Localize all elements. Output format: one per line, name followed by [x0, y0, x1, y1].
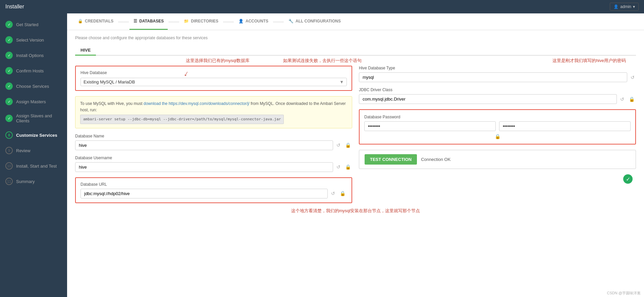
sidebar-label-get-started: Get Started — [16, 22, 38, 27]
test-connection-button[interactable]: TEST CONNECTION — [365, 154, 417, 165]
sidebar-label-install-start: Install, Start and Test — [16, 164, 57, 169]
main-layout: ✓ Get Started ✓ Select Version ✓ Install… — [0, 13, 644, 297]
content-area: 🔒 CREDENTIALS —— ☰ DATABASES —— 📁 DIRECT… — [67, 13, 644, 297]
sidebar-item-install-options[interactable]: ✓ Install Options — [0, 48, 67, 63]
db-url-lock-icon[interactable]: 🔒 — [338, 190, 347, 197]
sidebar-item-confirm-hosts[interactable]: ✓ Confirm Hosts — [0, 63, 67, 78]
db-username-label: Database Username — [75, 156, 352, 160]
step-icon-install-start: 10 — [5, 162, 13, 170]
db-password-confirm-input[interactable] — [499, 121, 631, 131]
tab-directories[interactable]: 📁 DIRECTORIES — [180, 13, 222, 30]
tab-sep-1: —— — [118, 19, 129, 25]
sidebar-item-assign-slaves[interactable]: ✓ Assign Slaves and Clients — [0, 109, 67, 127]
db-username-refresh-icon[interactable]: ↺ — [335, 164, 342, 170]
form-grid: Hive Database Existing MySQL / MariaDB ▼… — [75, 66, 636, 203]
db-name-lock-icon[interactable]: 🔒 — [344, 142, 352, 148]
annotation-password: 这里是刚才我们填写的hive用户的密码 — [552, 58, 626, 64]
db-url-input[interactable] — [80, 189, 328, 198]
step-icon-assign-slaves: ✓ — [5, 115, 13, 122]
wizard-tabs: 🔒 CREDENTIALS —— ☰ DATABASES —— 📁 DIRECT… — [67, 13, 644, 30]
db-username-input[interactable] — [75, 162, 333, 172]
hive-database-caret-icon[interactable]: ▼ — [339, 79, 344, 84]
step-icon-customize-services: 8 — [5, 131, 13, 139]
db-password-input[interactable] — [364, 121, 496, 131]
sidebar-label-customize-services: Customize Services — [16, 133, 57, 138]
db-url-refresh-icon[interactable]: ↺ — [330, 190, 336, 197]
sidebar-item-assign-masters[interactable]: ✓ Assign Masters — [0, 94, 67, 109]
db-url-label: Database URL — [80, 182, 347, 187]
password-lock-center-icon: 🔒 — [495, 134, 500, 139]
info-link[interactable]: download the https://dev.mysql.com/downl… — [144, 101, 250, 106]
db-username-lock-icon[interactable]: 🔒 — [344, 164, 352, 170]
lock-icon: 🔒 — [78, 19, 83, 23]
connection-status: Connection OK — [421, 157, 450, 162]
step-icon-confirm-hosts: ✓ — [5, 67, 13, 74]
step-icon-review: 9 — [5, 147, 13, 154]
db-type-label: Hive Database Type — [359, 66, 636, 70]
folder-icon: 📁 — [184, 19, 189, 23]
db-name-group: Database Name ↺ 🔒 — [75, 134, 352, 150]
hive-database-group: Hive Database Existing MySQL / MariaDB ▼ — [75, 66, 352, 91]
step-icon-summary: 11 — [5, 178, 13, 185]
db-type-group: Hive Database Type ↺ — [359, 66, 636, 82]
sidebar: ✓ Get Started ✓ Select Version ✓ Install… — [0, 13, 67, 297]
step-icon-select-version: ✓ — [5, 36, 13, 44]
jdbc-driver-refresh-icon[interactable]: ↺ — [619, 96, 626, 103]
db-username-group: Database Username ↺ 🔒 — [75, 156, 352, 172]
step-icon-install-options: ✓ — [5, 52, 13, 59]
sidebar-item-choose-services[interactable]: ✓ Choose Services — [0, 78, 67, 94]
tab-databases-label: DATABASES — [139, 19, 164, 23]
footer-note: CSDN @芋圆味洋葱 — [607, 291, 641, 296]
sidebar-label-assign-masters: Assign Masters — [16, 99, 46, 104]
app-title: Installer — [5, 4, 24, 10]
person-icon: 👤 — [238, 19, 244, 23]
jdbc-driver-group: JDBC Driver Class ↺ 🔒 — [359, 87, 636, 104]
sidebar-item-review[interactable]: 9 Review — [0, 143, 67, 158]
db-type-refresh-icon[interactable]: ↺ — [629, 74, 636, 81]
sidebar-label-install-options: Install Options — [16, 53, 44, 58]
tab-databases[interactable]: ☰ DATABASES — [129, 13, 168, 30]
sidebar-item-select-version[interactable]: ✓ Select Version — [0, 32, 67, 48]
tab-credentials[interactable]: 🔒 CREDENTIALS — [74, 13, 117, 30]
sidebar-item-install-start[interactable]: 10 Install, Start and Test — [0, 158, 67, 174]
db-name-input[interactable] — [75, 140, 333, 150]
tab-sep-4: —— — [273, 19, 284, 25]
tab-sep-2: —— — [168, 19, 179, 25]
user-icon: 👤 — [613, 4, 619, 9]
sidebar-label-select-version: Select Version — [16, 38, 44, 43]
service-tab-hive[interactable]: HIVE — [75, 46, 96, 56]
jdbc-driver-label: JDBC Driver Class — [359, 87, 636, 92]
form-left: Hive Database Existing MySQL / MariaDB ▼… — [75, 66, 352, 203]
jdbc-driver-lock-icon[interactable]: 🔒 — [628, 96, 636, 103]
sidebar-item-get-started[interactable]: ✓ Get Started — [0, 17, 67, 32]
tab-accounts[interactable]: 👤 ACCOUNTS — [234, 13, 272, 30]
info-command: ambari-server setup --jdbc-db=mysql --jd… — [80, 115, 284, 124]
form-right: Hive Database Type ↺ JDBC Driver Class — [359, 66, 636, 203]
db-name-refresh-icon[interactable]: ↺ — [335, 142, 342, 148]
admin-caret-icon: ▾ — [633, 4, 635, 9]
tab-all-configurations[interactable]: 🔧 ALL CONFIGURATIONS — [284, 13, 345, 30]
admin-button[interactable]: 👤 admin ▾ — [610, 3, 639, 11]
page-subtitle: Please choose and configure the appropri… — [75, 36, 636, 40]
step-icon-get-started: ✓ — [5, 21, 13, 28]
sidebar-label-review: Review — [16, 148, 31, 153]
test-connection-box: TEST CONNECTION Connection OK — [359, 150, 636, 169]
admin-label: admin — [620, 4, 631, 9]
annotation-mysql: 这里选择我们已有的mysql数据库 — [186, 58, 250, 64]
info-box: To use MySQL with Hive, you must downloa… — [75, 96, 352, 128]
jdbc-driver-input[interactable] — [359, 94, 617, 104]
sidebar-item-summary[interactable]: 11 Summary — [0, 174, 67, 189]
step-icon-choose-services: ✓ — [5, 82, 13, 90]
sidebar-label-choose-services: Choose Services — [16, 84, 49, 89]
wrench-icon: 🔧 — [288, 19, 293, 23]
success-checkmark-row: ✓ — [359, 174, 636, 184]
service-tabs: HIVE — [75, 46, 636, 56]
sidebar-item-customize-services[interactable]: 8 Customize Services — [0, 127, 67, 143]
tab-sep-3: —— — [223, 19, 234, 25]
tab-accounts-label: ACCOUNTS — [246, 19, 268, 23]
success-checkmark-icon: ✓ — [623, 174, 633, 184]
annotation-fail: 如果测试连接失败，去执行一些这个语句 — [283, 58, 362, 64]
db-type-input[interactable] — [359, 72, 627, 82]
info-text-prefix: To use MySQL with Hive, you must — [80, 101, 144, 106]
top-bar: Installer 👤 admin ▾ — [0, 0, 644, 13]
